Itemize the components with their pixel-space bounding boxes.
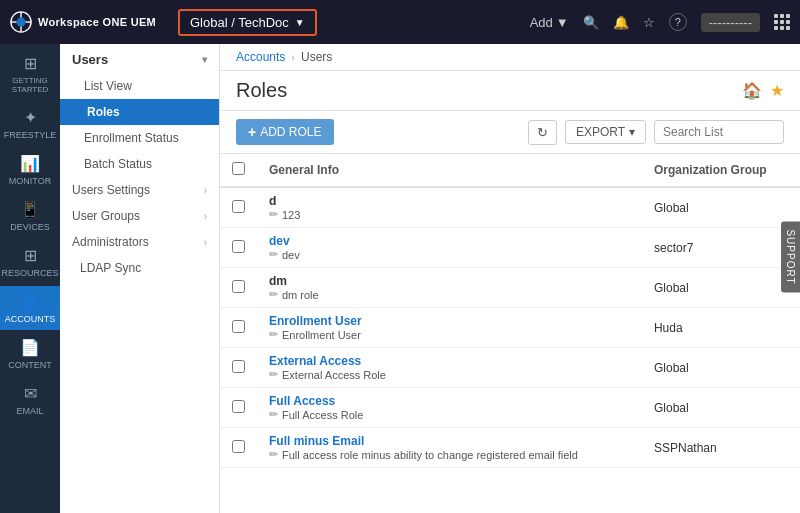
row-check-cell [220,348,257,388]
breadcrumb-users: Users [301,50,332,64]
sidebar-item-email[interactable]: ✉ EMAIL [0,378,60,422]
role-name[interactable]: Full Access [269,394,630,408]
sidebar-group-administrators[interactable]: Administrators › [60,229,219,255]
notifications-icon[interactable]: 🔔 [613,15,629,30]
getting-started-label: GETTINGSTARTED [12,76,49,94]
roles-table: General Info Organization Group d✏ 123Gl… [220,154,800,468]
table-row: dm✏ dm roleGlobal [220,268,800,308]
row-checkbox-0[interactable] [232,200,245,213]
refresh-button[interactable]: ↻ [528,120,557,145]
search-icon[interactable]: 🔍 [583,15,599,30]
add-role-button[interactable]: + ADD ROLE [236,119,334,145]
help-icon[interactable]: ? [669,13,687,31]
row-info-cell: dm✏ dm role [257,268,642,308]
row-checkbox-4[interactable] [232,360,245,373]
top-nav-actions: Add ▼ 🔍 🔔 ☆ ? ---------- [530,13,790,32]
add-plus-icon: + [248,124,256,140]
second-sidebar: Users ▾ List View Roles Enrollment Statu… [60,44,220,513]
sidebar-link-batch-status[interactable]: Batch Status [60,151,219,177]
devices-label: DEVICES [10,222,50,232]
edit-icon[interactable]: ✏ [269,248,278,261]
role-name[interactable]: dev [269,234,630,248]
role-desc: ✏ Full access role minus ability to chan… [269,448,630,461]
apps-grid-icon[interactable] [774,14,790,30]
sidebar-group-users-settings[interactable]: Users Settings › [60,177,219,203]
row-info-cell: dev✏ dev [257,228,642,268]
breadcrumb-accounts[interactable]: Accounts [236,50,285,64]
row-info-cell: d✏ 123 [257,187,642,228]
table-row: Enrollment User✏ Enrollment UserHuda [220,308,800,348]
search-input[interactable] [654,120,784,144]
role-name[interactable]: External Access [269,354,630,368]
role-desc: ✏ Enrollment User [269,328,630,341]
edit-icon[interactable]: ✏ [269,448,278,461]
sidebar-item-devices[interactable]: 📱 DEVICES [0,194,60,238]
sidebar-item-resources[interactable]: ⊞ RESOURCES [0,240,60,284]
sidebar-item-accounts[interactable]: 👤 ACCOUNTS [0,286,60,330]
row-info-cell: Full Access✏ Full Access Role [257,388,642,428]
users-section-header[interactable]: Users ▾ [60,44,219,73]
row-checkbox-1[interactable] [232,240,245,253]
page-header-actions: 🏠 ★ [742,81,784,100]
sidebar-item-monitor[interactable]: 📊 MONITOR [0,148,60,192]
export-button[interactable]: EXPORT ▾ [565,120,646,144]
home-button[interactable]: 🏠 [742,81,762,100]
user-display[interactable]: ---------- [701,13,760,32]
role-name: dm [269,274,630,288]
svg-point-1 [16,17,25,26]
users-settings-arrow: › [204,185,207,196]
getting-started-icon: ⊞ [24,54,37,73]
icon-sidebar: ⊞ GETTINGSTARTED ✦ FREESTYLE 📊 MONITOR 📱… [0,44,60,513]
user-groups-arrow: › [204,211,207,222]
role-desc: ✏ 123 [269,208,630,221]
sidebar-link-roles[interactable]: Roles [60,99,219,125]
row-org-cell: Global [642,348,800,388]
main-content: Accounts › Users Roles 🏠 ★ + ADD ROLE ↻ … [220,44,800,513]
sidebar-link-list-view[interactable]: List View [60,73,219,99]
row-checkbox-6[interactable] [232,440,245,453]
edit-icon[interactable]: ✏ [269,288,278,301]
table-body: d✏ 123Globaldev✏ devsector7dm✏ dm roleGl… [220,187,800,468]
toolbar: + ADD ROLE ↻ EXPORT ▾ [220,111,800,154]
sidebar-item-freestyle[interactable]: ✦ FREESTYLE [0,102,60,146]
favorites-icon[interactable]: ☆ [643,15,655,30]
edit-icon[interactable]: ✏ [269,208,278,221]
row-checkbox-5[interactable] [232,400,245,413]
row-org-cell: Global [642,388,800,428]
org-selector-chevron: ▼ [295,17,305,28]
sidebar-group-user-groups[interactable]: User Groups › [60,203,219,229]
add-button[interactable]: Add ▼ [530,15,569,30]
page-header: Roles 🏠 ★ [220,71,800,111]
star-button[interactable]: ★ [770,81,784,100]
sidebar-item-getting-started[interactable]: ⊞ GETTINGSTARTED [0,48,60,100]
sidebar-link-ldap-sync[interactable]: LDAP Sync [60,255,219,281]
user-groups-label: User Groups [72,209,140,223]
row-check-cell [220,268,257,308]
role-name[interactable]: Enrollment User [269,314,630,328]
administrators-arrow: › [204,237,207,248]
edit-icon[interactable]: ✏ [269,328,278,341]
edit-icon[interactable]: ✏ [269,408,278,421]
sidebar-link-enrollment-status[interactable]: Enrollment Status [60,125,219,151]
role-desc: ✏ Full Access Role [269,408,630,421]
row-org-cell: sector7 [642,228,800,268]
edit-icon[interactable]: ✏ [269,368,278,381]
support-tab[interactable]: SUPPORT [781,221,800,292]
add-role-label: ADD ROLE [260,125,321,139]
monitor-label: MONITOR [9,176,51,186]
org-selector[interactable]: Global / TechDoc ▼ [178,9,317,36]
role-name[interactable]: Full minus Email [269,434,630,448]
row-checkbox-2[interactable] [232,280,245,293]
row-org-cell: SSPNathan [642,428,800,468]
table-row: Full Access✏ Full Access RoleGlobal [220,388,800,428]
row-check-cell [220,228,257,268]
row-checkbox-3[interactable] [232,320,245,333]
table-row: Full minus Email✏ Full access role minus… [220,428,800,468]
breadcrumb: Accounts › Users [220,44,800,71]
app-title: Workspace ONE UEM [38,16,156,28]
users-settings-label: Users Settings [72,183,150,197]
sidebar-item-content[interactable]: 📄 CONTENT [0,332,60,376]
row-check-cell [220,428,257,468]
select-all-checkbox[interactable] [232,162,245,175]
roles-table-container: General Info Organization Group d✏ 123Gl… [220,154,800,513]
